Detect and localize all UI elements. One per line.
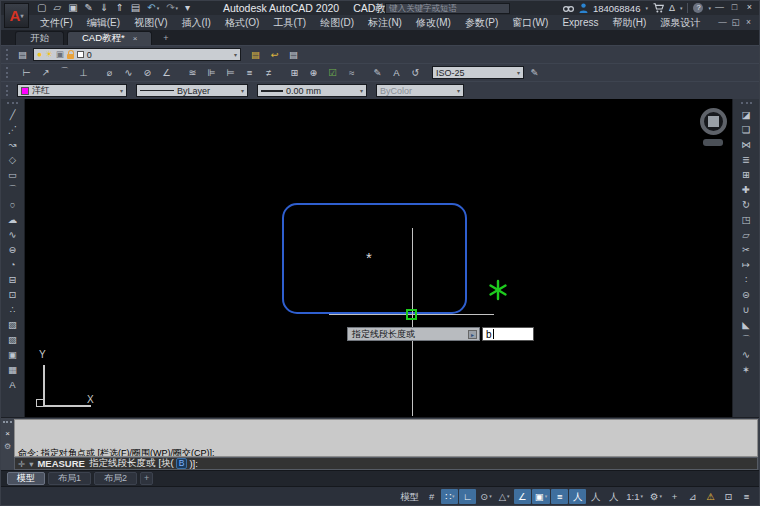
chevron-down-icon[interactable]: ▾	[489, 493, 492, 499]
navigation-wheel-icon[interactable]	[700, 108, 727, 135]
new-tab-button[interactable]: +	[159, 32, 172, 45]
save-icon[interactable]: ▣▾	[68, 2, 77, 14]
menu-item[interactable]: 格式(O)	[218, 15, 266, 30]
account-dropdown-icon[interactable]: ▾	[645, 5, 648, 11]
doc-minimize-button[interactable]: —	[716, 15, 729, 29]
rotate-icon[interactable]: ↻	[736, 197, 756, 212]
blend-curves-icon[interactable]: ∿	[736, 347, 756, 362]
chevron-down-icon[interactable]: ▾	[29, 459, 33, 469]
autodesk-app-icon[interactable]: Δ	[669, 3, 675, 13]
ordinate-dimension-icon[interactable]: ⊥	[76, 65, 91, 80]
doc-restore-button[interactable]: ◱	[729, 15, 742, 29]
open-from-web-icon[interactable]: ⇓▾	[100, 2, 108, 14]
plot-icon[interactable]: ▤▾	[131, 2, 140, 14]
menu-item[interactable]: 窗口(W)	[505, 15, 555, 30]
fillet-icon[interactable]: ⌒	[736, 332, 756, 347]
customization-menu-icon[interactable]: ≡▾	[738, 489, 755, 504]
clean-screen-icon[interactable]: ⊡▾	[720, 489, 737, 504]
color-select[interactable]: 洋红 ▾	[17, 84, 127, 97]
drawing-canvas[interactable]: * 指定线段长度或 ▸ b Y X	[25, 99, 732, 417]
layer-states-icon[interactable]: ▤	[286, 47, 301, 62]
offset-icon[interactable]: ≣	[736, 152, 756, 167]
tolerance-icon[interactable]: ⊞	[287, 65, 302, 80]
dimension-break-icon[interactable]: ≠	[261, 65, 276, 80]
chevron-down-icon[interactable]: ▾	[241, 87, 244, 94]
create-block-icon[interactable]: ⊡	[3, 287, 23, 302]
erase-icon[interactable]: ◪	[736, 107, 756, 122]
revision-cloud-icon[interactable]: ☁	[3, 212, 23, 227]
dynamic-input-field[interactable]: b	[482, 327, 534, 341]
jogged-linear-icon[interactable]: ≈	[344, 65, 359, 80]
isolate-objects-icon[interactable]: ⊿▾	[684, 489, 701, 504]
chevron-down-icon[interactable]: ▾	[157, 2, 160, 14]
new-layout-button[interactable]: +	[140, 472, 153, 485]
app-store-cart-icon[interactable]	[653, 3, 664, 13]
polyline-icon[interactable]: ↝	[3, 137, 23, 152]
layer-select[interactable]: ● ☀ ▣ 0 ▾	[33, 48, 241, 61]
model-space-button[interactable]: 模型▾	[397, 489, 422, 504]
command-option-key[interactable]: B	[176, 458, 188, 469]
continue-dimension-icon[interactable]: ⊨	[223, 65, 238, 80]
tab-layout2[interactable]: 布局2	[94, 472, 137, 485]
chevron-down-icon[interactable]: ▾	[517, 69, 520, 76]
dimension-edit-icon[interactable]: ✎	[370, 65, 385, 80]
layer-viewport-freeze-icon[interactable]: ▣	[56, 49, 64, 60]
radius-dimension-icon[interactable]: ⌀	[102, 65, 117, 80]
object-snap-tracking-icon[interactable]: ∠▾	[514, 489, 531, 504]
scale-icon[interactable]: ◳	[736, 212, 756, 227]
chamfer-icon[interactable]: ◣	[736, 317, 756, 332]
redo-icon[interactable]: ↷▾	[166, 2, 178, 14]
mirror-icon[interactable]: ⋈	[736, 137, 756, 152]
hatch-icon[interactable]: ▨	[3, 317, 23, 332]
sign-in-user-icon[interactable]	[579, 3, 588, 13]
object-snap-icon[interactable]: ▣▾	[532, 489, 551, 504]
search-binoculars-icon[interactable]	[563, 4, 574, 12]
break-at-point-icon[interactable]: ∶	[736, 272, 756, 287]
save-as-icon[interactable]: ✎▾	[85, 2, 93, 14]
chevron-down-icon[interactable]: ▾	[360, 87, 363, 94]
username[interactable]: 184068846	[593, 3, 641, 14]
workspace-switching-icon[interactable]: ⚙▾	[647, 489, 665, 504]
drag-grip[interactable]	[3, 421, 12, 425]
menu-item[interactable]: 参数(P)	[458, 15, 505, 30]
join-icon[interactable]: ∪	[736, 302, 756, 317]
center-mark-icon[interactable]: ⊕	[306, 65, 321, 80]
toolbar-grip[interactable]	[6, 85, 9, 96]
multiline-text-icon[interactable]: A	[3, 377, 23, 392]
undo-icon[interactable]: ↶▾	[147, 2, 159, 14]
linear-dimension-icon[interactable]: ⊢	[19, 65, 34, 80]
app-logo-button[interactable]: A▾	[4, 3, 29, 28]
menu-item[interactable]: 修改(M)	[409, 15, 458, 30]
explode-icon[interactable]: ✶	[736, 362, 756, 377]
tab-model[interactable]: 模型	[7, 472, 45, 485]
region-icon[interactable]: ▣	[3, 347, 23, 362]
polygon-icon[interactable]: ◇	[3, 152, 23, 167]
annotation-scale-value[interactable]: 1:1▾	[623, 489, 646, 504]
dimension-update-icon[interactable]: ↺	[408, 65, 423, 80]
trim-icon[interactable]: ✂	[736, 242, 756, 257]
copy-icon[interactable]: ❏	[736, 122, 756, 137]
toolbar-grip[interactable]	[7, 102, 18, 105]
table-icon[interactable]: ▦	[3, 362, 23, 377]
jogged-radius-icon[interactable]: ∿	[121, 65, 136, 80]
dimension-space-icon[interactable]: ≡	[242, 65, 257, 80]
break-icon[interactable]: ⊝	[736, 287, 756, 302]
wrench-icon[interactable]: ⚙	[4, 443, 11, 451]
linetype-select[interactable]: ByLayer ▾	[136, 84, 248, 97]
open-file-icon[interactable]: ▱▾	[53, 2, 61, 14]
menu-item[interactable]: Express	[555, 15, 605, 30]
toolbar-grip[interactable]	[6, 49, 9, 60]
autodesk-app-dropdown-icon[interactable]: ▾	[680, 5, 683, 11]
construction-line-icon[interactable]: ⋰	[3, 122, 23, 137]
tab-layout1[interactable]: 布局1	[48, 472, 91, 485]
chevron-down-icon[interactable]: ▾	[176, 2, 179, 14]
arc-length-dimension-icon[interactable]: ⌒	[57, 65, 72, 80]
menu-item[interactable]: 标注(N)	[361, 15, 409, 30]
autoscale-annotation-icon[interactable]: 人▾	[587, 489, 604, 504]
qat-customize-icon[interactable]: ▾▾	[185, 2, 190, 14]
array-icon[interactable]: ⊞	[736, 167, 756, 182]
gradient-icon[interactable]: ▧	[3, 332, 23, 347]
save-to-web-icon[interactable]: ⇑▾	[115, 2, 123, 14]
search-expand-icon[interactable]: ▸	[376, 4, 380, 12]
close-button[interactable]: ×	[742, 1, 757, 14]
